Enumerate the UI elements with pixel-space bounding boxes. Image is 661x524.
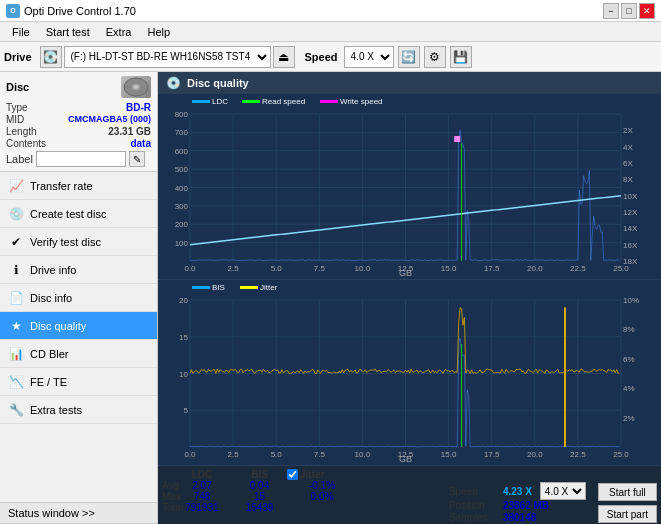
sidebar-item-label-fe-te: FE / TE [30, 376, 67, 388]
sidebar-item-fe-te[interactable]: 📉 FE / TE [0, 368, 157, 396]
ldc-canvas [158, 94, 661, 279]
main: Disc Type BD-R MID CMCMAGBA5 (000) Leng [0, 72, 661, 524]
disc-type-label: Type [6, 102, 28, 113]
menu-extra[interactable]: Extra [98, 24, 140, 40]
menu-start-test[interactable]: Start test [38, 24, 98, 40]
speed-label-stat: Speed [449, 486, 499, 497]
maximize-button[interactable]: □ [621, 3, 637, 19]
sidebar-item-create-test-disc[interactable]: 💿 Create test disc [0, 200, 157, 228]
speed-stat-select[interactable]: 4.0 X [540, 482, 586, 500]
max-label: Max [162, 491, 172, 502]
drive-info-icon: ℹ [8, 262, 24, 278]
bis-canvas [158, 280, 661, 465]
settings-button[interactable]: ⚙ [424, 46, 446, 68]
disc-mid-label: MID [6, 114, 24, 125]
disc-length-label: Length [6, 126, 37, 137]
bis-chart [158, 280, 661, 466]
refresh-button[interactable]: 🔄 [398, 46, 420, 68]
max-ldc: 748 [172, 491, 232, 502]
disc-icon [121, 76, 151, 98]
sidebar-item-extra-tests[interactable]: 🔧 Extra tests [0, 396, 157, 424]
sidebar-item-disc-info[interactable]: 📄 Disc info [0, 284, 157, 312]
close-button[interactable]: ✕ [639, 3, 655, 19]
menu-bar: File Start test Extra Help [0, 22, 661, 42]
sidebar-item-label-cd-bler: CD Bler [30, 348, 69, 360]
position-label: Position [449, 500, 499, 511]
samples-label: Samples [449, 512, 499, 523]
drive-label: Drive [4, 51, 32, 63]
minimize-button[interactable]: − [603, 3, 619, 19]
ldc-chart [158, 94, 661, 280]
start-full-button[interactable]: Start full [598, 483, 657, 501]
sidebar-item-label-disc-quality: Disc quality [30, 320, 86, 332]
drive-icon: 💽 [40, 46, 62, 68]
nav-items: 📈 Transfer rate 💿 Create test disc ✔ Ver… [0, 172, 157, 502]
sidebar-item-label-extra-tests: Extra tests [30, 404, 82, 416]
charts-container [158, 94, 661, 466]
toolbar: Drive 💽 (F:) HL-DT-ST BD-RE WH16NS58 TST… [0, 42, 661, 72]
sidebar: Disc Type BD-R MID CMCMAGBA5 (000) Leng [0, 72, 158, 524]
fe-te-icon: 📉 [8, 374, 24, 390]
sidebar-item-label-create-test-disc: Create test disc [30, 208, 106, 220]
jitter-checkbox[interactable] [287, 469, 298, 480]
position-info: Speed 4.23 X 4.0 X Position 23862 MB Sam… [449, 467, 586, 523]
start-part-button[interactable]: Start part [598, 505, 657, 523]
avg-bis: 0.04 [232, 480, 287, 491]
title-bar-controls: − □ ✕ [603, 3, 655, 19]
sidebar-item-label-disc-info: Disc info [30, 292, 72, 304]
max-bis: 15 [232, 491, 287, 502]
disc-title: Disc [6, 81, 29, 93]
total-ldc: 791931 [172, 502, 232, 513]
menu-file[interactable]: File [4, 24, 38, 40]
speed-row: Speed 4.23 X 4.0 X [449, 483, 586, 499]
disc-contents-row: Contents data [6, 138, 151, 149]
disc-label-label: Label [6, 153, 33, 165]
status-window-button[interactable]: Status window >> [0, 502, 157, 524]
avg-ldc: 2.07 [172, 480, 232, 491]
stats-avg-row: Avg 2.07 0.04 -0.1% [162, 480, 445, 491]
save-button[interactable]: 💾 [450, 46, 472, 68]
content-header: 💿 Disc quality [158, 72, 661, 94]
transfer-rate-icon: 📈 [8, 178, 24, 194]
sidebar-item-verify-test-disc[interactable]: ✔ Verify test disc [0, 228, 157, 256]
action-buttons: Start full Start part [598, 467, 657, 523]
create-test-disc-icon: 💿 [8, 206, 24, 222]
sidebar-item-label-drive-info: Drive info [30, 264, 76, 276]
jitter-header: Jitter [300, 469, 324, 480]
disc-info-icon: 📄 [8, 290, 24, 306]
sidebar-item-disc-quality[interactable]: ★ Disc quality [0, 312, 157, 340]
avg-jitter: -0.1% [287, 480, 357, 491]
disc-mid-row: MID CMCMAGBA5 (000) [6, 114, 151, 125]
samples-row: Samples 380148 [449, 512, 586, 523]
content-area: 💿 Disc quality LDC BIS Ji [158, 72, 661, 524]
disc-label-input[interactable] [36, 151, 126, 167]
speed-value: 4.23 X [503, 486, 532, 497]
disc-header: Disc [6, 76, 151, 98]
stats-table: LDC BIS Jitter Avg 2.07 0.04 -0.1% Max 7… [162, 467, 445, 523]
disc-quality-icon: ★ [8, 318, 24, 334]
avg-label: Avg [162, 480, 172, 491]
cd-bler-icon: 📊 [8, 346, 24, 362]
disc-contents-value: data [130, 138, 151, 149]
ldc-header: LDC [172, 469, 232, 480]
speed-label: Speed [305, 51, 338, 63]
sidebar-item-transfer-rate[interactable]: 📈 Transfer rate [0, 172, 157, 200]
drive-select-wrapper: 💽 (F:) HL-DT-ST BD-RE WH16NS58 TST4 ⏏ [40, 46, 295, 68]
stats-max-row: Max 748 15 0.0% [162, 491, 445, 502]
total-label: Total [162, 502, 172, 513]
content-title: Disc quality [187, 77, 249, 89]
disc-length-row: Length 23.31 GB [6, 126, 151, 137]
sidebar-item-drive-info[interactable]: ℹ Drive info [0, 256, 157, 284]
sidebar-item-label-verify-test-disc: Verify test disc [30, 236, 101, 248]
title-bar: O Opti Drive Control 1.70 − □ ✕ [0, 0, 661, 22]
disc-panel: Disc Type BD-R MID CMCMAGBA5 (000) Leng [0, 72, 157, 172]
max-jitter: 0.0% [287, 491, 357, 502]
drive-select[interactable]: (F:) HL-DT-ST BD-RE WH16NS58 TST4 [64, 46, 271, 68]
bis-header: BIS [232, 469, 287, 480]
menu-help[interactable]: Help [139, 24, 178, 40]
sidebar-item-cd-bler[interactable]: 📊 CD Bler [0, 340, 157, 368]
eject-button[interactable]: ⏏ [273, 46, 295, 68]
disc-label-button[interactable]: ✎ [129, 151, 145, 167]
sidebar-item-label-transfer-rate: Transfer rate [30, 180, 93, 192]
speed-select[interactable]: 4.0 X [344, 46, 394, 68]
